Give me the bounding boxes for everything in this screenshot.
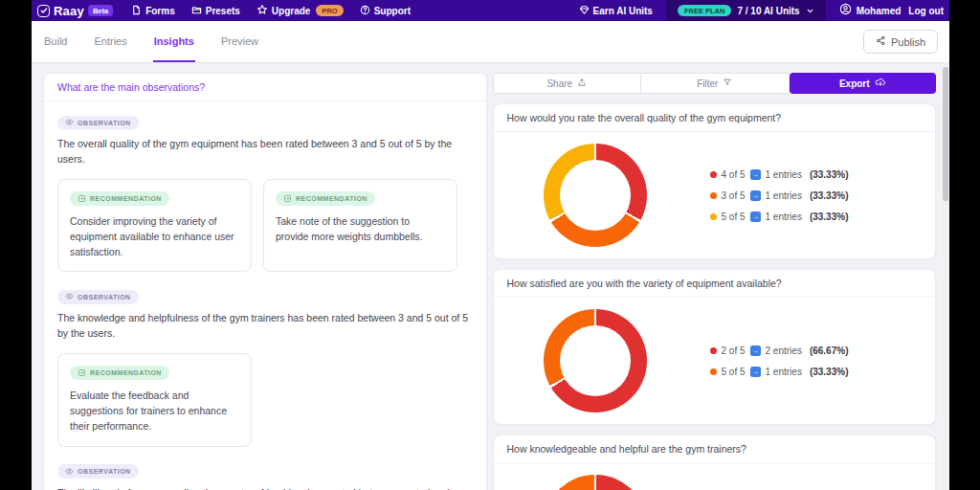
navbar-left: Raay Beta Forms Presets Upgrade PRO Supp…: [37, 4, 411, 18]
user-menu[interactable]: Mohamed: [839, 2, 902, 19]
legend-color-dot: [710, 213, 717, 220]
eye-icon: [65, 292, 74, 301]
legend-percent: (33.33%): [810, 169, 849, 180]
observation-text: The overall quality of the gym equipment…: [57, 137, 473, 167]
cloud-download-icon: [875, 77, 886, 90]
lightbulb-square-icon: [78, 368, 86, 378]
avatar-icon: [839, 2, 852, 19]
form-tabs: Build Entries Insights Preview: [43, 21, 259, 62]
arrow-emoji-icon: →: [750, 212, 761, 222]
legend-entries: 1 entries: [766, 190, 802, 201]
funnel-icon: [723, 78, 732, 89]
legend-entries: 2 entries: [766, 345, 802, 356]
top-navbar: Raay Beta Forms Presets Upgrade PRO Supp…: [32, 0, 949, 21]
legend-label: 5 of 5: [722, 367, 746, 377]
observation-badge: OBSERVATION: [57, 464, 139, 479]
logout-button[interactable]: Log out: [908, 6, 944, 16]
raay-check-logo-icon: [37, 5, 50, 17]
help-circle-icon: [360, 5, 370, 17]
observation-badge: OBSERVATION: [57, 116, 139, 130]
share-up-icon: [577, 78, 587, 89]
recommendation-row: RECOMMENDATION Evaluate the feedback and…: [57, 353, 473, 447]
arrow-emoji-icon: →: [750, 190, 761, 201]
recommendation-card: RECOMMENDATION Evaluate the feedback and…: [57, 353, 252, 447]
chart-question-title: How knowledgeable and helpful are the gy…: [494, 435, 936, 463]
tab-entries[interactable]: Entries: [93, 21, 127, 62]
chart-legend: 4 of 5→1 entries(33.33%)3 of 5→1 entries…: [710, 169, 849, 222]
recommendation-text: Consider improving the variety of equipm…: [70, 213, 239, 260]
free-plan-badge: FREE PLAN: [678, 5, 732, 16]
chart-legend: 2 of 5→2 entries(66.67%)5 of 5→1 entries…: [710, 345, 849, 377]
donut-chart[interactable]: [544, 309, 647, 412]
legend-percent: (33.33%): [810, 367, 849, 377]
beta-badge: Beta: [88, 5, 113, 16]
scrollbar-thumb[interactable]: [943, 67, 948, 201]
legend-label: 5 of 5: [722, 212, 746, 222]
charts-toolbar: Share Filter Export: [493, 73, 937, 94]
export-button[interactable]: Export: [790, 73, 937, 94]
legend-item[interactable]: 2 of 5→2 entries(66.67%): [710, 345, 849, 356]
tab-insights[interactable]: Insights: [153, 21, 195, 62]
chart-card: How would you rate the overall quality o…: [493, 103, 937, 259]
arrow-emoji-icon: →: [750, 169, 761, 180]
charts-column: Share Filter Export How would you rate t…: [493, 73, 937, 490]
user-name: Mohamed: [857, 6, 902, 16]
file-icon: [131, 5, 142, 17]
brand-logo[interactable]: Raay Beta: [37, 4, 113, 18]
app-window: Raay Beta Forms Presets Upgrade PRO Supp…: [32, 0, 949, 490]
donut-chart[interactable]: [544, 475, 647, 490]
chart-body: [494, 463, 936, 490]
legend-color-dot: [710, 368, 717, 375]
nav-item-support[interactable]: Support: [360, 5, 411, 17]
recommendation-card: RECOMMENDATION Consider improving the va…: [57, 179, 252, 273]
navbar-right: Earn AI Units FREE PLAN 7 / 10 AI Units …: [579, 0, 944, 21]
share-button[interactable]: Share: [493, 73, 641, 94]
legend-item[interactable]: 3 of 5→1 entries(33.33%): [710, 190, 849, 201]
insights-content: What are the main observations? OBSERVAT…: [32, 63, 949, 490]
lightbulb-square-icon: [283, 194, 292, 204]
observation-text: The knowledge and helpfulness of the gym…: [57, 311, 473, 342]
publish-button[interactable]: Publish: [863, 30, 938, 54]
nav-item-forms[interactable]: Forms: [131, 5, 175, 17]
earn-ai-units-button[interactable]: Earn AI Units: [579, 5, 653, 17]
arrow-emoji-icon: →: [750, 345, 761, 356]
recommendation-card: RECOMMENDATION Take note of the suggesti…: [263, 179, 457, 273]
observations-column: What are the main observations? OBSERVAT…: [43, 73, 487, 490]
filter-button[interactable]: Filter: [640, 73, 790, 94]
recommendation-text: Evaluate the feedback and suggestions fo…: [70, 388, 239, 434]
legend-entries: 1 entries: [766, 367, 802, 377]
ai-units-menu[interactable]: FREE PLAN 7 / 10 AI Units: [666, 0, 826, 21]
scrollbar[interactable]: [943, 64, 948, 490]
pro-badge: PRO: [316, 5, 343, 16]
legend-percent: (33.33%): [810, 212, 849, 222]
legend-item[interactable]: 4 of 5→1 entries(33.33%): [710, 169, 849, 180]
legend-color-dot: [710, 192, 717, 199]
tab-preview[interactable]: Preview: [220, 21, 259, 62]
insights-question-title: What are the main observations?: [44, 74, 486, 101]
star-icon: [256, 4, 268, 17]
donut-chart[interactable]: [544, 144, 647, 247]
observations-body: OBSERVATION The overall quality of the g…: [44, 101, 486, 490]
observation-badge: OBSERVATION: [57, 290, 139, 304]
legend-label: 3 of 5: [722, 190, 746, 201]
chevron-down-icon: [806, 2, 814, 19]
tab-build[interactable]: Build: [43, 21, 68, 62]
legend-item[interactable]: 5 of 5→1 entries(33.33%): [710, 367, 849, 377]
chart-body: 4 of 5→1 entries(33.33%)3 of 5→1 entries…: [494, 132, 936, 258]
legend-color-dot: [710, 171, 717, 178]
recommendation-badge: RECOMMENDATION: [276, 191, 375, 206]
nav-item-upgrade[interactable]: Upgrade PRO: [256, 4, 344, 17]
chart-card: How satisfied are you with the variety o…: [493, 269, 937, 425]
legend-entries: 1 entries: [766, 169, 802, 180]
ai-units-count: 7 / 10 AI Units: [737, 6, 799, 16]
nav-item-presets[interactable]: Presets: [191, 5, 240, 17]
legend-percent: (33.33%): [810, 190, 849, 201]
legend-color-dot: [710, 347, 717, 354]
recommendation-row: RECOMMENDATION Consider improving the va…: [57, 179, 473, 273]
eye-icon: [65, 118, 74, 127]
legend-label: 4 of 5: [722, 169, 746, 180]
brand-name: Raay: [54, 4, 84, 18]
legend-item[interactable]: 5 of 5→1 entries(33.33%): [710, 212, 849, 222]
recommendation-badge: RECOMMENDATION: [70, 366, 169, 380]
legend-percent: (66.67%): [810, 345, 849, 356]
